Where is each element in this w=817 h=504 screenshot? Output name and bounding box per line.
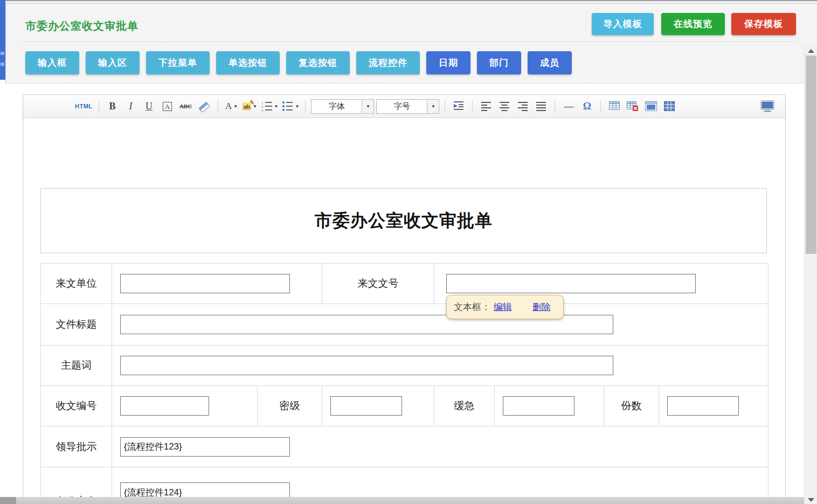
source-unit-input[interactable] (120, 274, 290, 293)
vertical-scrollbar-thumb[interactable] (806, 56, 816, 254)
bold-button[interactable]: B (105, 99, 121, 114)
horizontal-scrollbar-corner (0, 497, 16, 504)
table-row: 收文编号 密级 缓急 份数 (41, 386, 768, 426)
window-left-strip (0, 0, 5, 80)
insert-department-button[interactable]: 部门 (477, 51, 521, 74)
unordered-list-icon (281, 100, 293, 112)
chevron-down-icon: ▼ (295, 104, 299, 109)
font-size-value: 字号 (377, 101, 427, 112)
char-style-icon: A (163, 102, 172, 111)
insert-date-button[interactable]: 日期 (426, 51, 470, 74)
import-template-button[interactable]: 导入模板 (592, 13, 654, 35)
italic-button[interactable]: I (123, 99, 139, 114)
form-table: 来文单位 来文文号 文件标题 主题词 收文编号 密级 缓急 份数 (40, 263, 768, 504)
label-leader-comments: 领导批示 (41, 426, 112, 467)
secrecy-level-input[interactable] (330, 396, 402, 416)
fullscreen-button[interactable] (759, 99, 776, 114)
leader-comments-input[interactable] (120, 437, 290, 457)
font-family-select[interactable]: 字体 ▼ (311, 99, 374, 114)
svg-text:1: 1 (261, 101, 263, 105)
label-document-number: 来文文号 (322, 264, 434, 304)
chevron-down-icon: ▼ (274, 104, 279, 109)
table-properties-button[interactable] (661, 99, 677, 114)
strikethrough-button[interactable]: ABC (178, 99, 194, 114)
insert-dropdown-button[interactable]: 下拉菜单 (146, 51, 210, 74)
merge-cells-icon (645, 101, 657, 111)
form-title-box: 市委办公室收文审批单 (40, 188, 767, 253)
align-justify-button[interactable] (533, 99, 549, 114)
align-right-button[interactable] (515, 99, 531, 114)
char-style-button[interactable]: A (160, 99, 176, 114)
special-char-button[interactable]: Ω (579, 99, 595, 114)
highlight-icon: ab✎ (243, 102, 251, 110)
insert-checkbox-button[interactable]: 复选按钮 (286, 51, 350, 74)
header-divider (23, 42, 795, 42)
window-top-edge (0, 0, 817, 4)
urgency-input[interactable] (503, 396, 574, 416)
svg-text:3: 3 (261, 108, 263, 112)
table-row: 领导批示 (41, 426, 768, 467)
delete-link[interactable]: 删除 (532, 301, 551, 313)
indent-button[interactable] (451, 99, 467, 114)
chevron-down-icon: ▼ (233, 104, 238, 109)
html-source-icon: HTML (75, 103, 93, 109)
vertical-scrollbar[interactable] (804, 46, 817, 504)
insert-table-button[interactable] (606, 99, 622, 114)
receipt-number-input[interactable] (120, 396, 209, 416)
font-color-icon: A (225, 101, 232, 112)
chevron-down-icon[interactable]: ▼ (427, 100, 439, 113)
label-receipt-number: 收文编号 (41, 386, 112, 426)
merge-cells-button[interactable] (643, 99, 659, 114)
ordered-list-button[interactable]: 1 2 3 ▼ (260, 99, 279, 114)
left-strip-mark (1, 52, 4, 55)
insert-radio-button[interactable]: 单选按钮 (216, 51, 280, 74)
document-number-input[interactable] (446, 274, 696, 293)
align-center-button[interactable] (496, 99, 513, 114)
horizontal-rule-button[interactable]: — (560, 99, 577, 114)
scroll-up-arrow-icon[interactable] (808, 49, 814, 53)
page-title: 市委办公室收文审批单 (25, 19, 139, 33)
table-properties-icon (664, 101, 675, 111)
delete-table-button[interactable] (625, 99, 641, 114)
monitor-icon (760, 100, 774, 113)
html-source-button[interactable]: HTML (74, 99, 93, 114)
toolbar-separator (555, 100, 555, 112)
remove-format-button[interactable] (196, 99, 212, 114)
insert-input-box-button[interactable]: 输入框 (25, 51, 79, 74)
left-strip-mark (1, 63, 4, 66)
toolbar-separator (305, 100, 306, 112)
font-size-select[interactable]: 字号 ▼ (376, 99, 439, 114)
insert-textarea-button[interactable]: 输入区 (86, 51, 140, 74)
scroll-down-arrow-icon[interactable] (808, 498, 814, 502)
keywords-input[interactable] (120, 356, 613, 375)
ordered-list-icon: 1 2 3 (261, 100, 273, 112)
toolbar-separator (445, 100, 445, 112)
label-source-unit: 来文单位 (41, 264, 112, 304)
align-left-button[interactable] (478, 99, 494, 114)
highlight-color-button[interactable]: ab✎▼ (242, 99, 258, 114)
delete-table-icon (627, 101, 639, 112)
label-document-title: 文件标题 (41, 304, 112, 346)
save-template-button[interactable]: 保存模板 (731, 13, 796, 35)
underline-button[interactable]: U (141, 99, 157, 114)
horizontal-scrollbar[interactable] (0, 497, 804, 504)
align-right-icon (517, 100, 529, 112)
edit-link[interactable]: 编辑 (494, 301, 512, 313)
page-header: 市委办公室收文审批单 导入模板 在线预览 保存模板 输入框 输入区 下拉菜单 单… (5, 4, 817, 84)
tooltip-label: 文本框： (454, 301, 490, 313)
control-tooltip: 文本框： 编辑 删除 (446, 295, 564, 319)
unordered-list-button[interactable]: ▼ (281, 99, 300, 114)
copies-input[interactable] (667, 396, 739, 416)
editor-canvas[interactable]: 市委办公室收文审批单 来文单位 来文文号 文件标题 主题词 收文 (23, 118, 785, 504)
align-center-icon (498, 100, 510, 112)
insert-flow-control-button[interactable]: 流程控件 (356, 51, 420, 74)
font-color-button[interactable]: A▼ (224, 99, 240, 114)
table-row: 来文单位 来文文号 (41, 264, 768, 304)
insert-member-button[interactable]: 成员 (528, 51, 572, 74)
eraser-icon (198, 100, 211, 113)
control-buttons-row: 输入框 输入区 下拉菜单 单选按钮 复选按钮 流程控件 日期 部门 成员 (25, 51, 572, 74)
indent-icon (453, 100, 465, 112)
chevron-down-icon[interactable]: ▼ (362, 100, 373, 113)
online-preview-button[interactable]: 在线预览 (661, 13, 725, 35)
toolbar-separator (218, 100, 218, 112)
